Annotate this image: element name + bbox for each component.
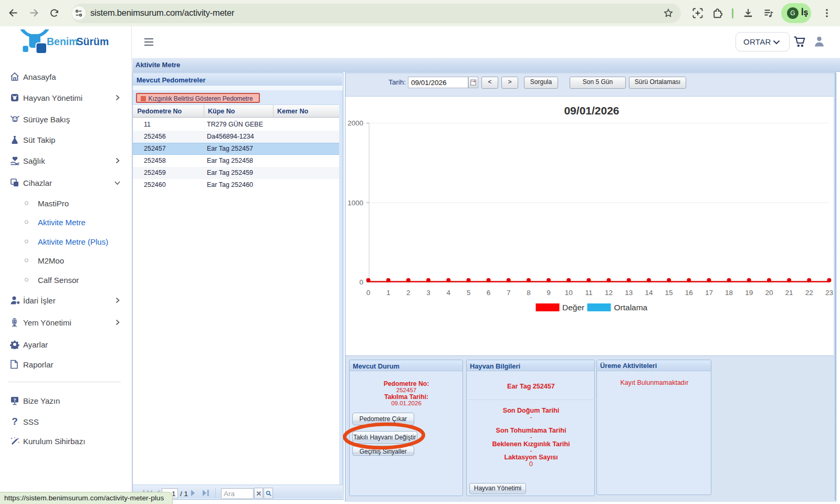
svg-text:2: 2 <box>406 289 411 297</box>
svg-text:09/01/2026: 09/01/2026 <box>564 104 619 117</box>
svg-text:4: 4 <box>446 289 450 297</box>
svg-text:6: 6 <box>487 289 491 297</box>
svg-text:21: 21 <box>785 289 793 297</box>
svg-text:17: 17 <box>705 289 713 297</box>
svg-text:18: 18 <box>725 289 733 297</box>
svg-text:?: ? <box>13 397 16 403</box>
svg-text:10: 10 <box>565 289 573 297</box>
svg-text:Benim: Benim <box>47 36 78 47</box>
svg-text:16: 16 <box>685 289 693 297</box>
svg-text:0: 0 <box>359 278 363 286</box>
svg-text:9: 9 <box>547 289 551 297</box>
svg-text:8: 8 <box>527 289 531 297</box>
svg-text:19: 19 <box>745 289 753 297</box>
svg-text:20: 20 <box>765 289 773 297</box>
svg-text:0: 0 <box>366 289 371 297</box>
svg-text:15: 15 <box>665 289 673 297</box>
svg-text:14: 14 <box>645 289 653 297</box>
svg-text:Ortalama: Ortalama <box>614 303 648 312</box>
svg-text:1000: 1000 <box>348 199 363 207</box>
svg-text:3: 3 <box>426 289 430 297</box>
svg-text:22: 22 <box>805 289 813 297</box>
svg-text:?: ? <box>12 417 18 426</box>
svg-text:1: 1 <box>386 289 391 297</box>
svg-text:7: 7 <box>507 289 511 297</box>
svg-text:11: 11 <box>585 289 592 297</box>
svg-text:2000: 2000 <box>348 119 363 127</box>
svg-text:23: 23 <box>825 289 833 297</box>
svg-text:12: 12 <box>605 289 613 297</box>
svg-text:5: 5 <box>467 289 471 297</box>
svg-text:13: 13 <box>625 289 633 297</box>
svg-text:Sürüm: Sürüm <box>77 36 109 47</box>
svg-text:Değer: Değer <box>562 303 584 312</box>
